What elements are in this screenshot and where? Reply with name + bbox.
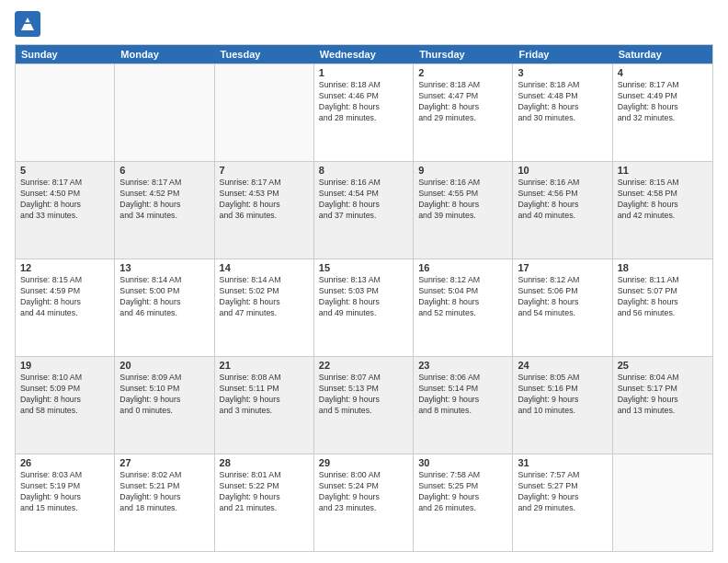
cell-info: Sunrise: 8:05 AM Sunset: 5:16 PM Dayligh… bbox=[518, 373, 607, 417]
cal-cell: 10Sunrise: 8:16 AM Sunset: 4:56 PM Dayli… bbox=[513, 162, 612, 259]
cal-cell: 2Sunrise: 8:18 AM Sunset: 4:47 PM Daylig… bbox=[414, 64, 513, 161]
cal-cell: 18Sunrise: 8:11 AM Sunset: 5:07 PM Dayli… bbox=[613, 259, 712, 356]
header-day-monday: Monday bbox=[115, 45, 214, 63]
day-number: 15 bbox=[319, 262, 408, 273]
cell-info: Sunrise: 8:07 AM Sunset: 5:13 PM Dayligh… bbox=[319, 373, 408, 417]
cell-info: Sunrise: 8:03 AM Sunset: 5:19 PM Dayligh… bbox=[20, 470, 109, 514]
day-number: 30 bbox=[418, 457, 507, 468]
cell-info: Sunrise: 8:18 AM Sunset: 4:48 PM Dayligh… bbox=[518, 80, 607, 124]
calendar-body: 1Sunrise: 8:18 AM Sunset: 4:46 PM Daylig… bbox=[16, 63, 712, 551]
cell-info: Sunrise: 8:12 AM Sunset: 5:06 PM Dayligh… bbox=[518, 275, 607, 319]
day-number: 14 bbox=[220, 262, 309, 273]
cell-info: Sunrise: 8:06 AM Sunset: 5:14 PM Dayligh… bbox=[418, 373, 507, 417]
cell-info: Sunrise: 8:17 AM Sunset: 4:50 PM Dayligh… bbox=[20, 178, 109, 222]
svg-rect-2 bbox=[23, 22, 33, 24]
day-number: 12 bbox=[20, 262, 109, 273]
cal-cell: 23Sunrise: 8:06 AM Sunset: 5:14 PM Dayli… bbox=[414, 357, 513, 454]
page: SundayMondayTuesdayWednesdayThursdayFrid… bbox=[0, 0, 728, 563]
cal-cell: 7Sunrise: 8:17 AM Sunset: 4:53 PM Daylig… bbox=[215, 162, 314, 259]
week-row-3: 12Sunrise: 8:15 AM Sunset: 4:59 PM Dayli… bbox=[16, 259, 712, 356]
cal-cell: 28Sunrise: 8:01 AM Sunset: 5:22 PM Dayli… bbox=[215, 454, 314, 551]
cal-cell: 14Sunrise: 8:14 AM Sunset: 5:02 PM Dayli… bbox=[215, 259, 314, 356]
cal-cell: 6Sunrise: 8:17 AM Sunset: 4:52 PM Daylig… bbox=[115, 162, 214, 259]
cell-info: Sunrise: 8:14 AM Sunset: 5:02 PM Dayligh… bbox=[220, 275, 309, 319]
cal-cell: 24Sunrise: 8:05 AM Sunset: 5:16 PM Dayli… bbox=[513, 357, 612, 454]
cal-cell: 12Sunrise: 8:15 AM Sunset: 4:59 PM Dayli… bbox=[16, 259, 115, 356]
day-number: 18 bbox=[618, 262, 708, 273]
header-day-saturday: Saturday bbox=[613, 45, 712, 63]
cal-cell bbox=[215, 64, 314, 161]
header-day-thursday: Thursday bbox=[414, 45, 513, 63]
cal-cell: 11Sunrise: 8:15 AM Sunset: 4:58 PM Dayli… bbox=[613, 162, 712, 259]
day-number: 10 bbox=[518, 165, 607, 176]
day-number: 13 bbox=[119, 262, 209, 273]
day-number: 21 bbox=[220, 360, 309, 371]
cal-cell: 20Sunrise: 8:09 AM Sunset: 5:10 PM Dayli… bbox=[115, 357, 214, 454]
cell-info: Sunrise: 8:12 AM Sunset: 5:04 PM Dayligh… bbox=[418, 275, 507, 319]
day-number: 9 bbox=[418, 165, 507, 176]
day-number: 20 bbox=[119, 360, 209, 371]
cal-cell bbox=[115, 64, 214, 161]
cell-info: Sunrise: 8:00 AM Sunset: 5:24 PM Dayligh… bbox=[319, 470, 408, 514]
cell-info: Sunrise: 8:17 AM Sunset: 4:53 PM Dayligh… bbox=[220, 178, 309, 222]
cell-info: Sunrise: 8:13 AM Sunset: 5:03 PM Dayligh… bbox=[319, 275, 408, 319]
week-row-5: 26Sunrise: 8:03 AM Sunset: 5:19 PM Dayli… bbox=[16, 454, 712, 551]
day-number: 2 bbox=[418, 67, 507, 78]
day-number: 31 bbox=[518, 457, 607, 468]
cal-cell: 21Sunrise: 8:08 AM Sunset: 5:11 PM Dayli… bbox=[215, 357, 314, 454]
week-row-2: 5Sunrise: 8:17 AM Sunset: 4:50 PM Daylig… bbox=[16, 161, 712, 259]
day-number: 24 bbox=[518, 360, 607, 371]
day-number: 8 bbox=[319, 165, 408, 176]
header-day-tuesday: Tuesday bbox=[215, 45, 314, 63]
header bbox=[15, 11, 713, 37]
cell-info: Sunrise: 8:18 AM Sunset: 4:46 PM Dayligh… bbox=[319, 80, 408, 124]
week-row-4: 19Sunrise: 8:10 AM Sunset: 5:09 PM Dayli… bbox=[16, 356, 712, 454]
header-day-friday: Friday bbox=[513, 45, 612, 63]
cal-cell: 29Sunrise: 8:00 AM Sunset: 5:24 PM Dayli… bbox=[314, 454, 414, 551]
cal-cell: 25Sunrise: 8:04 AM Sunset: 5:17 PM Dayli… bbox=[613, 357, 712, 454]
cell-info: Sunrise: 8:08 AM Sunset: 5:11 PM Dayligh… bbox=[220, 373, 309, 417]
cell-info: Sunrise: 8:15 AM Sunset: 4:59 PM Dayligh… bbox=[20, 275, 109, 319]
cell-info: Sunrise: 8:17 AM Sunset: 4:49 PM Dayligh… bbox=[618, 80, 708, 124]
cal-cell bbox=[613, 454, 712, 551]
header-day-sunday: Sunday bbox=[16, 45, 115, 63]
day-number: 5 bbox=[20, 165, 109, 176]
day-number: 1 bbox=[319, 67, 408, 78]
cell-info: Sunrise: 8:11 AM Sunset: 5:07 PM Dayligh… bbox=[618, 275, 708, 319]
cal-cell: 19Sunrise: 8:10 AM Sunset: 5:09 PM Dayli… bbox=[16, 357, 115, 454]
cal-cell: 16Sunrise: 8:12 AM Sunset: 5:04 PM Dayli… bbox=[414, 259, 513, 356]
cell-info: Sunrise: 8:16 AM Sunset: 4:56 PM Dayligh… bbox=[518, 178, 607, 222]
cell-info: Sunrise: 8:02 AM Sunset: 5:21 PM Dayligh… bbox=[119, 470, 209, 514]
cal-cell: 9Sunrise: 8:16 AM Sunset: 4:55 PM Daylig… bbox=[414, 162, 513, 259]
cell-info: Sunrise: 8:16 AM Sunset: 4:54 PM Dayligh… bbox=[319, 178, 408, 222]
cell-info: Sunrise: 8:16 AM Sunset: 4:55 PM Dayligh… bbox=[418, 178, 507, 222]
day-number: 23 bbox=[418, 360, 507, 371]
day-number: 17 bbox=[518, 262, 607, 273]
cal-cell: 3Sunrise: 8:18 AM Sunset: 4:48 PM Daylig… bbox=[513, 64, 612, 161]
cal-cell: 4Sunrise: 8:17 AM Sunset: 4:49 PM Daylig… bbox=[613, 64, 712, 161]
cell-info: Sunrise: 8:17 AM Sunset: 4:52 PM Dayligh… bbox=[119, 178, 209, 222]
logo-icon bbox=[15, 11, 40, 37]
cell-info: Sunrise: 8:18 AM Sunset: 4:47 PM Dayligh… bbox=[418, 80, 507, 124]
day-number: 7 bbox=[220, 165, 309, 176]
cell-info: Sunrise: 8:14 AM Sunset: 5:00 PM Dayligh… bbox=[119, 275, 209, 319]
day-number: 16 bbox=[418, 262, 507, 273]
day-number: 28 bbox=[220, 457, 309, 468]
cell-info: Sunrise: 8:01 AM Sunset: 5:22 PM Dayligh… bbox=[220, 470, 309, 514]
header-day-wednesday: Wednesday bbox=[314, 45, 414, 63]
cal-cell: 26Sunrise: 8:03 AM Sunset: 5:19 PM Dayli… bbox=[16, 454, 115, 551]
cell-info: Sunrise: 8:10 AM Sunset: 5:09 PM Dayligh… bbox=[20, 373, 109, 417]
day-number: 11 bbox=[618, 165, 708, 176]
logo bbox=[15, 11, 44, 37]
cal-cell: 31Sunrise: 7:57 AM Sunset: 5:27 PM Dayli… bbox=[513, 454, 612, 551]
cal-cell: 22Sunrise: 8:07 AM Sunset: 5:13 PM Dayli… bbox=[314, 357, 414, 454]
cal-cell: 15Sunrise: 8:13 AM Sunset: 5:03 PM Dayli… bbox=[314, 259, 414, 356]
cell-info: Sunrise: 8:04 AM Sunset: 5:17 PM Dayligh… bbox=[618, 373, 708, 417]
day-number: 6 bbox=[119, 165, 209, 176]
cal-cell: 1Sunrise: 8:18 AM Sunset: 4:46 PM Daylig… bbox=[314, 64, 414, 161]
cal-cell: 13Sunrise: 8:14 AM Sunset: 5:00 PM Dayli… bbox=[115, 259, 214, 356]
week-row-1: 1Sunrise: 8:18 AM Sunset: 4:46 PM Daylig… bbox=[16, 63, 712, 161]
day-number: 25 bbox=[618, 360, 708, 371]
cal-cell: 27Sunrise: 8:02 AM Sunset: 5:21 PM Dayli… bbox=[115, 454, 214, 551]
day-number: 26 bbox=[20, 457, 109, 468]
